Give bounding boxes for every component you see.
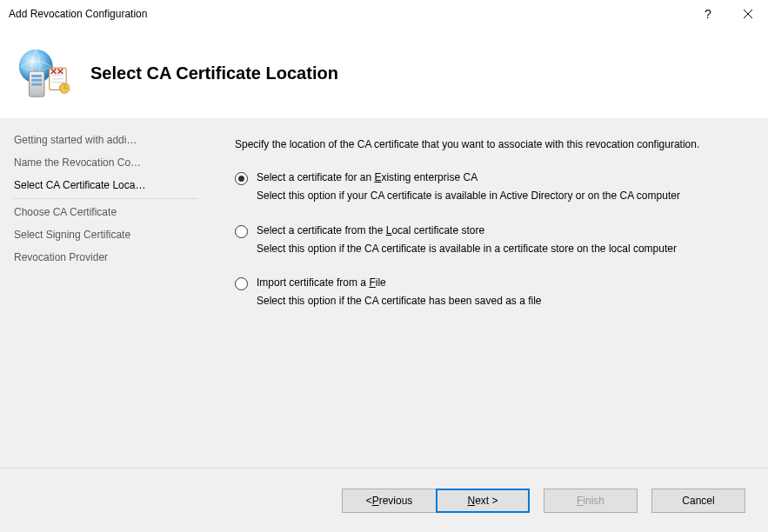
- radio-label: Select a certificate for an Existing ent…: [257, 171, 747, 183]
- sidebar-step-revocation-provider[interactable]: Revocation Provider: [12, 246, 198, 269]
- svg-rect-6: [31, 83, 42, 86]
- previous-button[interactable]: < Previous: [342, 489, 436, 513]
- window-title: Add Revocation Configuration: [9, 8, 688, 20]
- wizard-footer: < Previous Next > Finish Cancel: [0, 468, 768, 532]
- radio-description: Select this option if the CA certificate…: [257, 242, 747, 256]
- intro-text: Specify the location of the CA certifica…: [235, 137, 747, 152]
- svg-rect-5: [31, 79, 42, 82]
- window-controls: ?: [688, 0, 768, 27]
- radio-icon: [235, 225, 248, 238]
- close-icon: [744, 10, 752, 18]
- sidebar-step-getting-started[interactable]: Getting started with addi…: [12, 129, 198, 151]
- sidebar-step-select-ca-location[interactable]: Select CA Certificate Loca…: [12, 174, 198, 196]
- page-title: Select CA Certificate Location: [90, 63, 338, 83]
- wizard-body: Getting started with addi… Name the Revo…: [0, 118, 768, 468]
- cancel-button[interactable]: Cancel: [651, 489, 745, 513]
- sidebar-separator: [12, 198, 198, 199]
- svg-rect-4: [31, 75, 42, 77]
- ca-location-radio-group: Select a certificate for an Existing ent…: [235, 171, 747, 309]
- radio-option-existing-enterprise-ca[interactable]: Select a certificate for an Existing ent…: [235, 171, 747, 203]
- help-button[interactable]: ?: [688, 0, 728, 27]
- radio-label: Select a certificate from the Local cert…: [257, 224, 747, 236]
- radio-label: Import certificate from a File: [257, 276, 747, 289]
- close-button[interactable]: [728, 0, 768, 27]
- wizard-header: Select CA Certificate Location: [0, 28, 768, 118]
- radio-icon: [235, 172, 248, 185]
- sidebar-step-choose-ca[interactable]: Choose CA Certificate: [12, 201, 198, 223]
- wizard-main-content: Specify the location of the CA certifica…: [204, 118, 768, 468]
- radio-option-local-store[interactable]: Select a certificate from the Local cert…: [235, 224, 747, 256]
- radio-description: Select this option if your CA certificat…: [257, 189, 747, 203]
- radio-option-import-file[interactable]: Import certificate from a File Select th…: [235, 276, 747, 309]
- radio-icon: [235, 277, 248, 290]
- wizard-steps-sidebar: Getting started with addi… Name the Revo…: [0, 118, 204, 468]
- sidebar-step-name-revocation[interactable]: Name the Revocation Co…: [12, 151, 198, 174]
- finish-button: Finish: [544, 489, 638, 513]
- radio-description: Select this option if the CA certificate…: [257, 294, 747, 309]
- title-bar: Add Revocation Configuration ?: [0, 0, 768, 28]
- next-button[interactable]: Next >: [436, 489, 530, 513]
- wizard-icon: [16, 46, 70, 100]
- nav-button-pair: < Previous Next >: [342, 489, 530, 513]
- sidebar-step-signing-cert[interactable]: Select Signing Certificate: [12, 223, 198, 246]
